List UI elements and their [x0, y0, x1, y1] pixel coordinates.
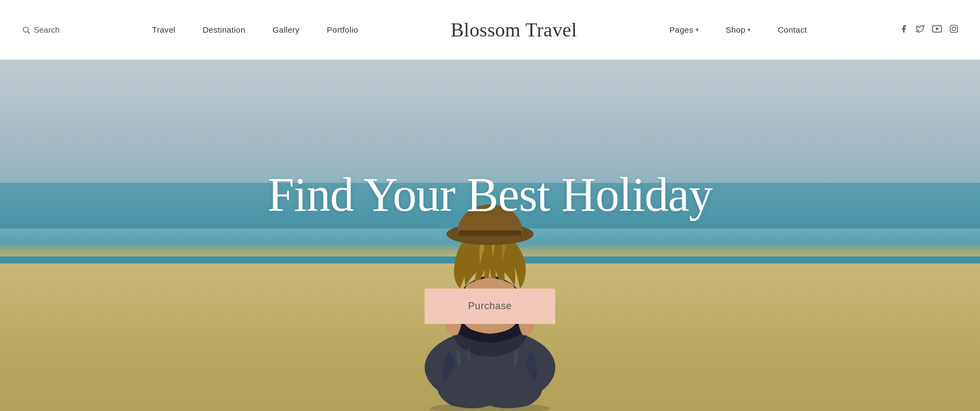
nav-item-destination[interactable]: Destination — [203, 25, 245, 34]
main-nav-left: Travel Destination Gallery Portfolio — [152, 25, 358, 34]
search-trigger[interactable]: Search — [22, 25, 60, 34]
site-logo[interactable]: Blossom Travel — [451, 19, 577, 41]
svg-point-0 — [23, 27, 28, 32]
nav-item-gallery[interactable]: Gallery — [273, 25, 300, 34]
svg-rect-12 — [458, 230, 522, 236]
svg-rect-4 — [950, 25, 957, 32]
svg-line-1 — [28, 32, 30, 34]
main-nav-right: Pages ▾ Shop ▾ Contact — [670, 25, 807, 34]
facebook-icon[interactable] — [899, 24, 908, 35]
nav-item-pages[interactable]: Pages ▾ — [670, 25, 699, 34]
hero-section: Find Your Best Holiday Purchase — [0, 60, 980, 411]
nav-item-contact[interactable]: Contact — [777, 25, 807, 34]
site-header: Search Travel Destination Gallery Portfo… — [0, 0, 980, 60]
pages-dropdown-arrow: ▾ — [696, 27, 699, 33]
purchase-button[interactable]: Purchase — [425, 289, 555, 324]
twitter-icon[interactable] — [916, 24, 924, 35]
social-icons — [899, 24, 958, 35]
hero-title: Find Your Best Holiday — [0, 169, 980, 222]
nav-item-travel[interactable]: Travel — [152, 25, 175, 34]
search-label: Search — [34, 25, 60, 34]
svg-point-6 — [955, 26, 956, 27]
svg-marker-3 — [936, 27, 939, 30]
instagram-icon[interactable] — [950, 24, 958, 35]
svg-point-5 — [952, 27, 956, 30]
youtube-icon[interactable] — [932, 25, 942, 35]
nav-item-shop[interactable]: Shop ▾ — [726, 25, 751, 34]
shop-dropdown-arrow: ▾ — [748, 27, 750, 33]
nav-item-portfolio[interactable]: Portfolio — [327, 25, 358, 34]
search-icon — [22, 26, 30, 34]
